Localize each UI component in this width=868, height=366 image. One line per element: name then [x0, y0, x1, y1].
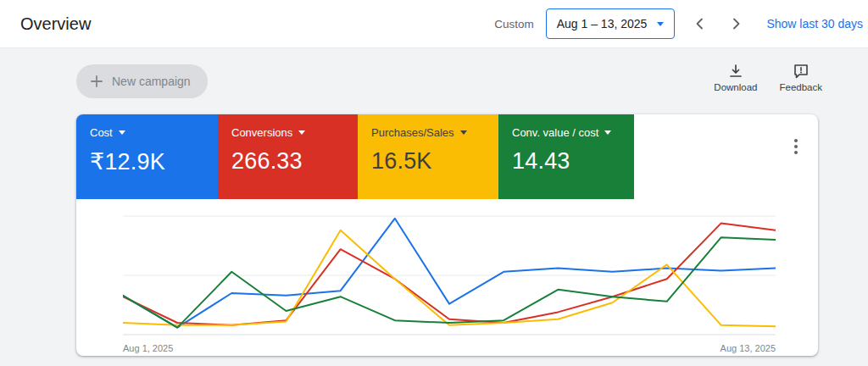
chevron-left-icon — [694, 17, 704, 30]
download-button[interactable]: Download — [714, 63, 757, 92]
feedback-button[interactable]: Feedback — [779, 63, 822, 92]
metric-value: ₹12.9K — [90, 148, 204, 175]
previous-period-button[interactable] — [687, 10, 712, 37]
metric-tile-conv-value-cost[interactable]: Conv. value / cost 14.43 — [498, 114, 634, 199]
metric-label-row: Conv. value / cost — [512, 126, 620, 139]
date-range-value: Aug 1 – 13, 2025 — [557, 17, 648, 30]
toolbar-actions: Download Feedback — [714, 63, 822, 92]
metric-label: Cost — [90, 126, 113, 139]
metric-label: Purchases/Sales — [371, 126, 454, 139]
chevron-down-icon — [119, 130, 125, 135]
more-options-button[interactable] — [786, 136, 806, 157]
chevron-down-icon — [657, 22, 664, 26]
metric-tile-cost[interactable]: Cost ₹12.9K — [76, 114, 218, 199]
page-header: Overview Custom Aug 1 – 13, 2025 Show la… — [0, 0, 868, 48]
overview-page: Overview Custom Aug 1 – 13, 2025 Show la… — [0, 0, 868, 366]
overview-card: Cost ₹12.9K Conversions 266.33 Purchases… — [76, 114, 818, 356]
date-range-picker[interactable]: Aug 1 – 13, 2025 — [546, 8, 676, 39]
page-title: Overview — [20, 14, 91, 34]
metric-label: Conv. value / cost — [512, 126, 598, 139]
metric-value: 266.33 — [231, 148, 344, 175]
new-campaign-label: New campaign — [112, 75, 191, 88]
overview-chart — [123, 209, 776, 341]
kebab-icon — [793, 138, 798, 155]
metric-tile-purchases-sales[interactable]: Purchases/Sales 16.5K — [358, 114, 498, 199]
x-axis-label-end: Aug 13, 2025 — [721, 343, 776, 353]
chart-x-axis: Aug 1, 2025 Aug 13, 2025 — [123, 343, 776, 353]
plus-icon — [88, 73, 105, 90]
metric-value: 14.43 — [512, 148, 620, 175]
metric-label-row: Conversions — [231, 126, 344, 139]
metric-label-row: Cost — [90, 126, 204, 139]
metric-label: Conversions — [231, 126, 292, 139]
chevron-down-icon — [460, 130, 467, 135]
chevron-down-icon — [298, 130, 305, 135]
metric-tile-conversions[interactable]: Conversions 266.33 — [218, 114, 358, 199]
metric-label-row: Purchases/Sales — [371, 126, 485, 139]
metric-tiles: Cost ₹12.9K Conversions 266.33 Purchases… — [76, 114, 634, 199]
x-axis-label-start: Aug 1, 2025 — [123, 343, 173, 353]
new-campaign-button[interactable]: New campaign — [76, 64, 208, 98]
chevron-right-icon — [732, 17, 742, 30]
metric-value: 16.5K — [371, 148, 485, 175]
chevron-down-icon — [604, 130, 611, 135]
feedback-icon — [793, 63, 810, 80]
feedback-label: Feedback — [779, 82, 822, 92]
custom-label: Custom — [494, 18, 534, 30]
next-period-button[interactable] — [724, 10, 749, 37]
date-controls: Custom Aug 1 – 13, 2025 Show last 30 day… — [494, 8, 863, 39]
download-label: Download — [714, 82, 757, 92]
show-last-30-days-link[interactable]: Show last 30 days — [766, 17, 863, 30]
download-icon — [727, 63, 744, 80]
